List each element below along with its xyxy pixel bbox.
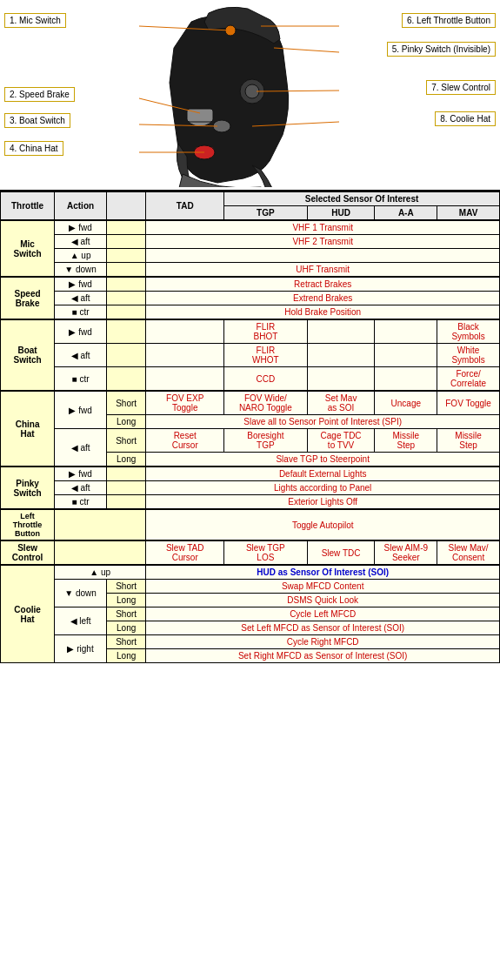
data-mic-up [146, 249, 500, 263]
label-speed-brake: 2. Speed Brake [4, 87, 75, 102]
table-row: aft VHF 2 Transmit [1, 235, 500, 249]
aft-icon [71, 483, 81, 493]
data-coolie-left-short: Cycle Left MFCD [146, 607, 500, 621]
table-row: PinkySwitch fwd Default External Lights [1, 467, 500, 481]
table-row: aft Short ResetCursor BoresightTGP Cage … [1, 429, 500, 453]
aft-icon [71, 351, 81, 360]
data-boat-fwd-hud [307, 319, 375, 344]
press-pinky-ctr [106, 495, 145, 510]
table-row: MicSwitch fwd VHF 1 Transmit [1, 220, 500, 235]
data-boat-ctr-aa [375, 367, 437, 392]
table-row: ctr CCD Force/Correlate [1, 367, 500, 392]
aft-icon [71, 293, 81, 303]
data-mic-fwd: VHF 1 Transmit [146, 220, 500, 235]
data-china-fwd-mav: FOV Toggle [437, 391, 500, 415]
label-mic-switch: 1. Mic Switch [4, 13, 66, 28]
action-slew [55, 540, 146, 565]
data-boat-aft-tgp: FLIRWHOT [224, 344, 308, 367]
action-pinky-ctr: ctr [55, 495, 107, 510]
action-mic-down: down [55, 263, 107, 278]
press-coolie-right-short: Short [106, 635, 145, 649]
data-coolie-down-short: Swap MFCD Content [146, 580, 500, 594]
down-icon [64, 265, 76, 274]
data-sb-ctr: Hold Brake Position [146, 305, 500, 320]
col-action: Action [55, 192, 107, 221]
ctr-icon [72, 307, 80, 317]
press-coolie-down-short: Short [106, 580, 145, 594]
ctr-icon [72, 497, 80, 507]
data-china-fwd-tgp: FOV Wide/NARO Toggle [224, 391, 308, 415]
fwd-icon [69, 327, 78, 337]
data-boat-aft-hud [307, 344, 375, 367]
section-mic-switch: MicSwitch [1, 220, 55, 277]
table-row: SlewControl Slew TADCursor Slew TGPLOS S… [1, 540, 500, 565]
down-icon [64, 588, 76, 598]
data-boat-aft-tad [146, 344, 224, 367]
press-coolie-down-long: Long [106, 594, 145, 607]
label-pinky-switch: 5. Pinky Switch (Invisible) [387, 42, 496, 57]
press-mic-fwd [106, 220, 145, 235]
data-coolie-left-long: Set Left MFCD as Sensor of Interest (SOI… [146, 621, 500, 635]
table-row: down Short Swap MFCD Content [1, 580, 500, 594]
section-speed-brake: SpeedBrake [1, 277, 55, 319]
press-pinky-fwd [106, 467, 145, 481]
press-china-fwd-long: Long [106, 415, 145, 429]
press-china-fwd-short: Short [106, 391, 145, 415]
action-china-aft: aft [55, 429, 107, 467]
data-coolie-up: HUD as Sensor Of Interest (SOI) [146, 565, 500, 580]
col-press [106, 192, 145, 221]
press-boat-ctr [106, 367, 145, 392]
data-china-aft-long: Slave TGP to Steerpoint [146, 453, 500, 467]
section-slew: SlewControl [1, 540, 55, 565]
action-boat-ctr: ctr [55, 367, 107, 392]
ctr-icon [72, 374, 80, 384]
left-icon [70, 616, 80, 626]
controls-table: Throttle Action TAD Selected Sensor Of I… [0, 191, 500, 663]
table-row: aft FLIRWHOT WhiteSymbols [1, 344, 500, 367]
data-china-aft-hud: Cage TDCto TVV [307, 429, 375, 453]
data-slew-tad: Slew TADCursor [146, 540, 224, 565]
table-row: aft Extrend Brakes [1, 292, 500, 305]
col-hud: HUD [307, 206, 375, 221]
data-slew-tgp: Slew TGPLOS [224, 540, 308, 565]
label-left-throttle-button: 6. Left Throttle Button [402, 13, 496, 28]
action-coolie-left: left [55, 607, 107, 635]
data-china-fwd-tad: FOV EXPToggle [146, 391, 224, 415]
col-selected-sensor: Selected Sensor Of Interest [224, 192, 500, 206]
action-sb-aft: aft [55, 292, 107, 305]
aft-icon [71, 237, 81, 246]
right-icon [67, 644, 77, 654]
label-china-hat: 4. China Hat [4, 141, 63, 156]
action-mic-aft: aft [55, 235, 107, 249]
data-mic-down: UHF Transmit [146, 263, 500, 278]
table-row: down UHF Transmit [1, 263, 500, 278]
action-sb-fwd: fwd [55, 277, 107, 292]
col-throttle: Throttle [1, 192, 55, 221]
table-row: LeftThrottleButton Toggle Autopilot [1, 509, 500, 540]
section-left-throttle: LeftThrottleButton [1, 509, 55, 540]
up-icon [90, 567, 101, 577]
data-coolie-down-long: DSMS Quick Look [146, 594, 500, 607]
label-coolie-hat: 8. Coolie Hat [435, 111, 496, 126]
action-coolie-right: right [55, 635, 107, 663]
data-coolie-right-short: Cycle Right MFCD [146, 635, 500, 649]
data-china-aft-tgp: BoresightTGP [224, 429, 308, 453]
data-sb-aft: Extrend Brakes [146, 292, 500, 305]
col-aa: A-A [375, 206, 437, 221]
data-boat-ctr-mav: Force/Correlate [437, 367, 500, 392]
up-icon [70, 251, 82, 260]
data-boat-ctr-tgp: CCD [224, 367, 308, 392]
data-boat-fwd-aa [375, 319, 437, 344]
aft-icon [71, 443, 81, 453]
section-pinky-switch: PinkySwitch [1, 467, 55, 509]
action-coolie-up: up [55, 565, 146, 580]
col-tgp: TGP [224, 206, 308, 221]
table-row: up [1, 249, 500, 263]
action-mic-fwd: fwd [55, 220, 107, 235]
action-ltb [55, 509, 146, 540]
press-coolie-right-long: Long [106, 649, 145, 663]
action-boat-fwd: fwd [55, 319, 107, 344]
data-china-fwd-aa: Uncage [375, 391, 437, 415]
press-pinky-aft [106, 481, 145, 495]
label-slew-control: 7. Slew Control [426, 80, 496, 95]
